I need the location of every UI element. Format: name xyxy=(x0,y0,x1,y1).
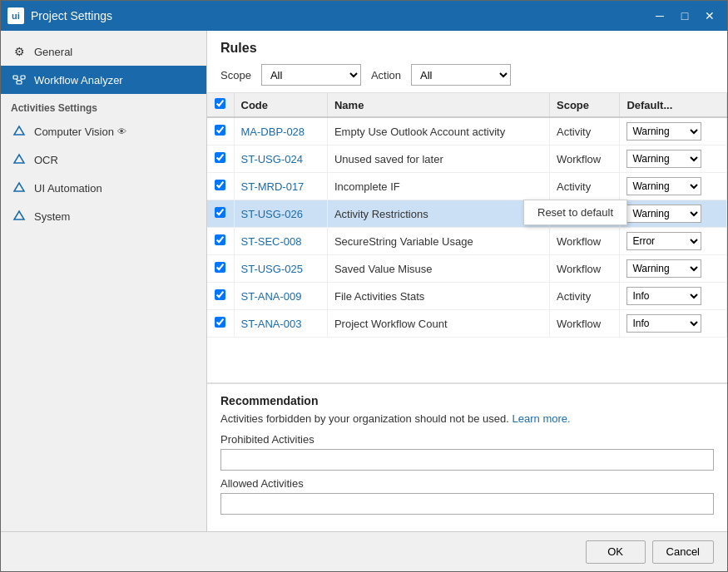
rule-code-link[interactable]: ST-USG-026 xyxy=(241,208,303,220)
gear-icon: ⚙ xyxy=(11,43,27,60)
rule-scope: Workflow xyxy=(550,255,620,283)
rule-name: SecureString Variable Usage xyxy=(327,228,549,255)
context-menu: Reset to default xyxy=(523,200,627,225)
allowed-label: Allowed Activities xyxy=(220,477,714,490)
row-checkbox-cell xyxy=(207,117,234,145)
sidebar-item-workflow-analyzer[interactable]: Workflow Analyzer xyxy=(1,66,206,94)
row-checkbox-cell xyxy=(207,145,234,173)
rule-code-link[interactable]: ST-ANA-003 xyxy=(241,318,302,330)
workflow-icon xyxy=(11,72,27,88)
col-default: Default... xyxy=(620,93,727,117)
row-checkbox[interactable] xyxy=(215,317,225,328)
rules-table: Code Name Scope Default... MA-DBP-028Emp… xyxy=(207,93,727,338)
severity-select[interactable]: ErrorWarningInfoVerbose xyxy=(626,287,701,305)
filter-row: Scope All Action All xyxy=(220,64,714,86)
rule-code-link[interactable]: ST-MRD-017 xyxy=(241,180,305,193)
svg-rect-1 xyxy=(21,76,25,79)
severity-select[interactable]: ErrorWarningInfoVerbose xyxy=(626,150,701,168)
recommendation-description: Activities forbidden by your organizatio… xyxy=(220,412,509,425)
recommendation-title: Recommendation xyxy=(220,394,714,407)
sidebar-item-ui-automation[interactable]: UI Automation xyxy=(1,174,206,202)
row-checkbox[interactable] xyxy=(215,234,225,245)
rule-name: File Activities Stats xyxy=(327,283,549,310)
sidebar-item-ocr[interactable]: OCR xyxy=(1,145,206,174)
rule-scope: Activity xyxy=(550,283,620,310)
sidebar-item-computer-vision[interactable]: Computer Vision 👁 xyxy=(1,117,206,145)
content-header: Rules Scope All Action All xyxy=(207,31,727,93)
rule-code-link[interactable]: MA-DBP-028 xyxy=(241,126,305,138)
rule-code-link[interactable]: ST-ANA-009 xyxy=(241,290,302,303)
rule-name: Activity Restrictions xyxy=(327,200,549,228)
row-checkbox[interactable] xyxy=(215,207,225,218)
action-select[interactable]: All xyxy=(411,64,511,86)
sidebar-item-ui-label: UI Automation xyxy=(34,182,102,195)
rule-name: Incomplete IF xyxy=(327,173,549,200)
rule-scope: Workflow xyxy=(550,145,620,173)
window-controls: ─ □ ✕ xyxy=(649,6,721,26)
rule-name: Unused saved for later xyxy=(327,145,549,173)
sidebar-item-general[interactable]: ⚙ General xyxy=(1,37,206,66)
ocr-icon xyxy=(11,151,27,168)
rule-name: Empty Use Outlook Account activity xyxy=(327,117,549,145)
svg-rect-2 xyxy=(17,81,22,84)
recommendation-text: Activities forbidden by your organizatio… xyxy=(220,412,714,425)
rule-code-link[interactable]: ST-USG-025 xyxy=(241,263,303,275)
row-checkbox[interactable] xyxy=(215,180,225,190)
rule-code-link[interactable]: ST-USG-024 xyxy=(241,153,303,165)
rule-code-link[interactable]: ST-SEC-008 xyxy=(241,235,302,248)
window-body: ⚙ General Workflow Analyzer Activities S… xyxy=(1,31,727,531)
col-name: Name xyxy=(327,93,549,117)
sidebar-item-system[interactable]: System xyxy=(1,202,206,230)
table-row: ST-MRD-017Incomplete IFActivityErrorWarn… xyxy=(207,173,727,200)
footer: OK Cancel xyxy=(1,531,727,571)
cancel-button[interactable]: Cancel xyxy=(652,540,714,564)
main-content: Code Name Scope Default... MA-DBP-028Emp… xyxy=(207,93,727,531)
rule-name: Saved Value Misuse xyxy=(327,255,549,283)
window-title: Project Settings xyxy=(31,9,649,22)
rule-name: Project Workflow Count xyxy=(327,310,549,338)
sidebar: ⚙ General Workflow Analyzer Activities S… xyxy=(1,31,207,531)
title-bar: ui Project Settings ─ □ ✕ xyxy=(1,1,727,31)
learn-more-link[interactable]: Learn more. xyxy=(513,412,571,425)
row-checkbox[interactable] xyxy=(215,152,225,163)
table-row: ST-ANA-003Project Workflow CountWorkflow… xyxy=(207,310,727,338)
prohibited-label: Prohibited Activities xyxy=(220,433,714,446)
row-checkbox[interactable] xyxy=(215,289,225,300)
severity-select[interactable]: ErrorWarningInfoVerbose xyxy=(626,314,701,333)
col-checkbox xyxy=(207,93,234,117)
maximize-button[interactable]: □ xyxy=(674,6,696,26)
table-row: ST-ANA-009File Activities StatsActivityE… xyxy=(207,283,727,310)
ok-button[interactable]: OK xyxy=(586,540,646,564)
row-checkbox-cell xyxy=(207,200,234,228)
content-area: Rules Scope All Action All xyxy=(207,31,727,531)
context-menu-item-reset[interactable]: Reset to default xyxy=(524,202,626,223)
system-icon xyxy=(11,208,27,224)
minimize-button[interactable]: ─ xyxy=(649,6,671,26)
severity-select[interactable]: ErrorWarningInfoVerbose xyxy=(626,259,701,278)
row-checkbox-cell xyxy=(207,255,234,283)
sidebar-item-workflow-label: Workflow Analyzer xyxy=(34,74,123,86)
row-checkbox-cell xyxy=(207,283,234,310)
sidebar-item-cv-label: Computer Vision xyxy=(34,126,114,138)
scope-label: Scope xyxy=(220,69,251,81)
table-row: ST-SEC-008SecureString Variable UsageWor… xyxy=(207,228,727,255)
row-checkbox[interactable] xyxy=(215,125,225,136)
project-settings-window: ui Project Settings ─ □ ✕ ⚙ General xyxy=(0,0,728,572)
table-row: ST-USG-024Unused saved for laterWorkflow… xyxy=(207,145,727,173)
severity-select[interactable]: ErrorWarningInfoVerbose xyxy=(626,122,701,141)
scope-select[interactable]: All xyxy=(261,64,361,86)
col-scope: Scope xyxy=(550,93,620,117)
rules-table-area[interactable]: Code Name Scope Default... MA-DBP-028Emp… xyxy=(207,93,727,383)
select-all-checkbox[interactable] xyxy=(215,98,225,109)
rule-scope: Workflow xyxy=(550,228,620,255)
row-checkbox[interactable] xyxy=(215,262,225,273)
sidebar-item-general-label: General xyxy=(34,46,72,58)
close-button[interactable]: ✕ xyxy=(699,6,721,26)
severity-select[interactable]: ErrorWarningInfoVerbose xyxy=(626,205,701,223)
sidebar-item-system-label: System xyxy=(34,210,70,223)
prohibited-activities-input[interactable] xyxy=(220,449,714,471)
severity-select[interactable]: ErrorWarningInfoVerbose xyxy=(626,177,701,195)
svg-marker-6 xyxy=(14,155,24,163)
severity-select[interactable]: ErrorWarningInfoVerbose xyxy=(626,232,701,250)
allowed-activities-input[interactable] xyxy=(220,493,714,515)
